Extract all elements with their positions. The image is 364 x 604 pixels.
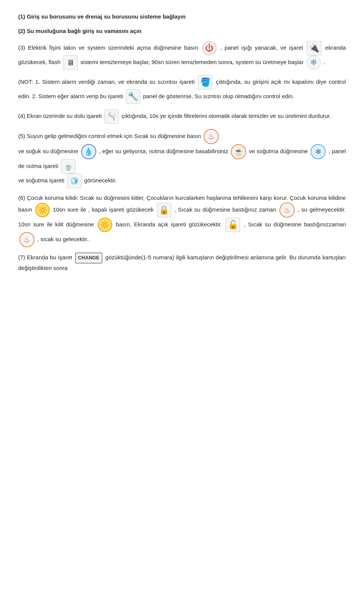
section-3-text-d: sistemi temizlemeye başlar, 90sn süren t… [80, 59, 304, 65]
fan-icon [306, 55, 321, 70]
display-icon [63, 55, 78, 70]
power-button-icon [202, 41, 217, 55]
cooling-button-icon [311, 144, 326, 159]
leak-icon [198, 75, 212, 89]
section-4-text-a: (4) Ekran üzerinde su dolu işareti [18, 113, 102, 119]
cold-water-icon [81, 144, 96, 159]
plug-icon [307, 41, 321, 55]
panel-heat-icon [61, 159, 75, 174]
section-2-label: (2) Su musluğuna bağlı giriş su vamasını… [18, 28, 141, 34]
water-full-icon [104, 109, 119, 124]
child-lock-icon [35, 203, 50, 217]
section-5-text-b: ve soğuk su düğmesine [18, 148, 78, 154]
tool-icon [126, 89, 140, 104]
locked-icon [157, 203, 171, 217]
change-badge-icon: CHANGE [75, 253, 102, 264]
section-7-text-a: (7) Ekranda bu işaret [18, 254, 72, 260]
paragraph-2: (2) Su musluğuna bağlı giriş su vamasını… [18, 27, 346, 36]
hot-water-icon-2 [279, 202, 295, 218]
section-1-label: (1) Giriş su borusunu ve drenaj su borus… [18, 13, 186, 20]
section-6-text-e: basın, Ekranda açık işareti gözükecektir… [116, 221, 222, 227]
paragraph-3: (3) Elektrik fişini takın ve system üzer… [18, 41, 346, 70]
paragraph-7: (7) Ekranda bu işaret CHANGE gözüktüğünd… [18, 253, 346, 273]
section-6-text-b: 10sn sure ile , kapalı işareti gözükecek [53, 206, 154, 213]
section-5-text-a: (5) Suyun gelip gelmediğini control etme… [18, 133, 201, 139]
heating-button-icon [231, 144, 246, 159]
paragraph-note: (NOT: 1. Sistem alarm verdiği zaman, ve … [18, 75, 346, 104]
section-6-text-g: , sıcak su gelecektir.. [37, 236, 90, 242]
section-5-text-g: görünecektir. [84, 177, 117, 184]
hot-water-icon-3 [19, 232, 35, 247]
section-6-text-f: , Sıcak su düğmesine bastığınızzaman [244, 221, 346, 227]
panel-cool-icon [67, 174, 82, 188]
section-5-text-f: ve soğutma işareti [18, 177, 64, 184]
unlocked-icon [226, 218, 240, 232]
paragraph-5: (5) Suyun gelip gelmediğini control etme… [18, 129, 346, 188]
paragraph-6: (6) Çocuk koruma kilidi: Sıcak su düğmes… [18, 193, 346, 247]
section-3-text-b: , panel ışığı yanacak, ve işaret [220, 44, 303, 51]
section-6-text-c: , Sıcak su düğmesine bastığınız zaman [174, 206, 276, 213]
child-lock-icon-2 [98, 218, 112, 232]
section-5-text-d: ve soğutma düğmesine [249, 148, 308, 154]
section-3-text-a: (3) Elektrik fişini takın ve system üzer… [18, 44, 198, 51]
note-text-a: (NOT: 1. Sistem alarm verdiği zaman, ve … [18, 78, 195, 85]
hot-water-icon [204, 129, 219, 144]
paragraph-1: (1) Giriş su borusunu ve drenaj su borus… [18, 12, 346, 21]
section-4-text-b: çıktığında, 10s ye içinde filtrelerini o… [121, 113, 331, 119]
paragraph-4: (4) Ekran üzerinde su dolu işareti çıktı… [18, 109, 346, 124]
section-5-text-c: , eğer su geliyorsa, ısıtma düğmesine ba… [99, 148, 228, 154]
note-text-c: panel de gösterirse, Su sızntısı olup ol… [143, 93, 294, 99]
